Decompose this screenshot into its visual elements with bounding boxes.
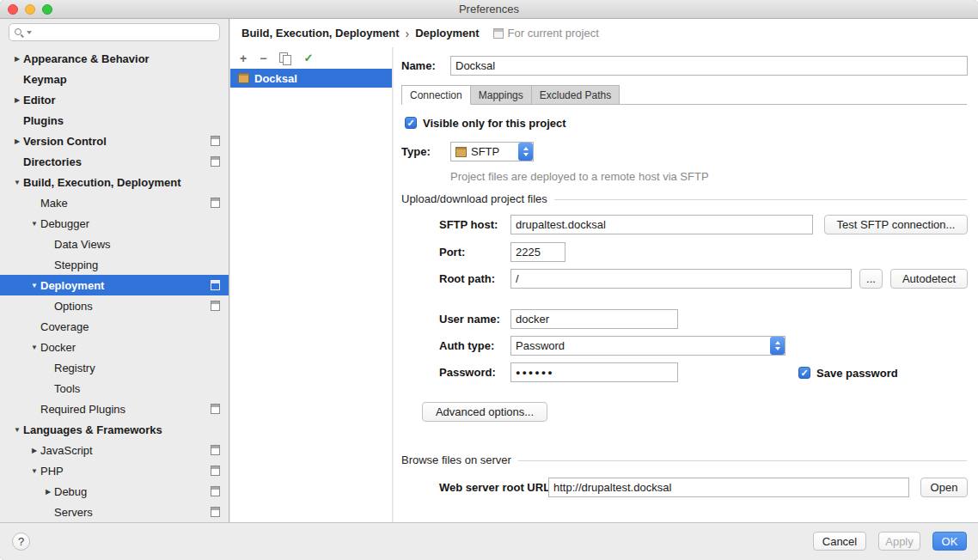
save-password-label: Save password <box>816 367 898 380</box>
sidebar-item-build-execution-deployment[interactable]: ▼Build, Execution, Deployment <box>0 172 229 192</box>
chevron-right-icon[interactable]: ▶ <box>28 447 40 454</box>
port-input[interactable] <box>510 242 565 262</box>
sidebar-item-debugger[interactable]: ▼Debugger <box>0 213 229 234</box>
chevron-down-icon[interactable]: ▼ <box>28 220 40 228</box>
breadcrumb-parent[interactable]: Build, Execution, Deployment <box>241 27 399 40</box>
project-level-icon <box>211 445 220 455</box>
chevron-right-icon[interactable]: ▶ <box>11 96 23 104</box>
tab-mappings[interactable]: Mappings <box>471 85 532 105</box>
sftp-host-input[interactable] <box>510 215 813 234</box>
server-list-item-docksal[interactable]: Docksal <box>230 69 392 88</box>
sidebar-item-appearance-behavior[interactable]: ▶Appearance & Behavior <box>0 48 229 69</box>
root-path-label: Root path: <box>439 269 495 289</box>
sidebar-item-label: Version Control <box>23 135 107 148</box>
chevron-down-icon[interactable]: ▼ <box>28 467 40 475</box>
sidebar-item-coverage[interactable]: Coverage <box>0 316 229 337</box>
sidebar-item-make[interactable]: Make <box>0 192 229 213</box>
test-sftp-connection-button[interactable]: Test SFTP connection... <box>824 215 968 234</box>
sidebar-item-version-control[interactable]: ▶Version Control <box>0 131 229 151</box>
footer-bar: ? Cancel Apply OK <box>0 522 978 560</box>
sidebar-item-php[interactable]: ▼PHP <box>0 460 229 481</box>
open-button[interactable]: Open <box>920 478 968 497</box>
apply-button[interactable]: Apply <box>878 532 920 551</box>
sidebar-item-required-plugins[interactable]: Required Plugins <box>0 399 229 419</box>
user-name-input[interactable] <box>510 309 678 329</box>
zoom-button[interactable] <box>42 4 52 15</box>
remove-icon[interactable]: − <box>260 52 266 64</box>
add-icon[interactable]: + <box>240 52 247 64</box>
sidebar-item-stepping[interactable]: Stepping <box>0 254 229 275</box>
close-button[interactable] <box>8 4 18 15</box>
server-icon <box>238 73 249 83</box>
browse-root-path-button[interactable]: ... <box>859 269 883 289</box>
auth-type-label: Auth type: <box>439 336 494 356</box>
chevron-right-icon[interactable]: ▶ <box>11 55 23 63</box>
sidebar-item-options[interactable]: Options <box>0 295 229 316</box>
search-scope-chevron-icon[interactable] <box>27 31 32 34</box>
sidebar-item-directories[interactable]: Directories <box>0 151 229 172</box>
sidebar-item-label: Options <box>54 300 93 313</box>
sidebar-item-label: Editor <box>23 94 56 107</box>
sidebar-item-label: Tools <box>54 382 80 395</box>
name-input[interactable] <box>450 56 968 76</box>
check-icon: ✓ <box>800 368 808 378</box>
tab-connection[interactable]: Connection <box>401 85 471 105</box>
sidebar-item-plugins[interactable]: Plugins <box>0 110 229 131</box>
sidebar-item-javascript[interactable]: ▶JavaScript <box>0 440 229 460</box>
sidebar-item-data-views[interactable]: Data Views <box>0 234 229 254</box>
servers-panel: +−✓ Docksal <box>230 47 393 522</box>
breadcrumb-separator: › <box>405 27 409 40</box>
help-button[interactable]: ? <box>12 533 30 551</box>
sftp-host-label: SFTP host: <box>439 215 498 234</box>
auth-type-combobox[interactable]: Password <box>510 336 785 356</box>
project-level-icon <box>211 280 220 290</box>
sidebar-item-debug[interactable]: ▶Debug <box>0 481 229 502</box>
copy-icon[interactable] <box>279 52 290 64</box>
project-level-icon <box>211 507 220 517</box>
combobox-stepper-icon <box>518 143 533 161</box>
settings-search[interactable] <box>9 23 220 41</box>
current-project-icon <box>493 28 504 39</box>
chevron-right-icon[interactable]: ▶ <box>42 488 54 496</box>
cancel-button[interactable]: Cancel <box>813 532 866 551</box>
sidebar-item-tools[interactable]: Tools <box>0 378 229 399</box>
tab-strip: ConnectionMappingsExcluded Paths <box>401 84 967 105</box>
chevron-down-icon[interactable]: ▼ <box>11 426 23 434</box>
sidebar-item-languages-frameworks[interactable]: ▼Languages & Frameworks <box>0 419 229 440</box>
root-path-input[interactable] <box>510 269 852 289</box>
web-root-input[interactable] <box>548 478 909 497</box>
search-input[interactable] <box>35 27 215 39</box>
chevron-down-icon[interactable]: ▼ <box>28 344 40 351</box>
type-combobox[interactable]: SFTP <box>450 142 534 161</box>
visible-only-checkbox[interactable]: ✓ <box>405 117 417 129</box>
upload-section-header: Upload/download project files <box>401 192 967 205</box>
breadcrumb-current[interactable]: Deployment <box>415 27 479 40</box>
sidebar-tree: ▶Appearance & BehaviorKeymap▶EditorPlugi… <box>0 48 229 522</box>
use-as-default-icon[interactable]: ✓ <box>303 52 313 64</box>
sidebar-item-label: Plugins <box>23 114 64 127</box>
sidebar-item-docker[interactable]: ▼Docker <box>0 337 229 357</box>
sidebar-item-keymap[interactable]: Keymap <box>0 69 229 89</box>
sidebar-item-deployment[interactable]: ▼Deployment <box>0 275 229 295</box>
autodetect-button[interactable]: Autodetect <box>890 269 968 289</box>
sidebar-item-label: Directories <box>23 155 82 168</box>
sidebar-item-label: Stepping <box>54 259 98 271</box>
chevron-right-icon[interactable]: ▶ <box>11 137 23 145</box>
chevron-down-icon[interactable]: ▼ <box>28 282 40 289</box>
settings-sidebar: ▶Appearance & BehaviorKeymap▶EditorPlugi… <box>0 19 229 522</box>
tab-excluded-paths[interactable]: Excluded Paths <box>532 85 620 105</box>
sidebar-item-servers[interactable]: Servers <box>0 502 229 522</box>
sidebar-item-label: Required Plugins <box>40 403 125 416</box>
password-input[interactable] <box>510 362 678 382</box>
ok-button[interactable]: OK <box>932 532 967 551</box>
chevron-down-icon[interactable]: ▼ <box>11 179 23 186</box>
sidebar-item-editor[interactable]: ▶Editor <box>0 89 229 110</box>
minimize-button[interactable] <box>25 4 35 15</box>
sidebar-item-registry[interactable]: Registry <box>0 357 229 378</box>
sidebar-item-label: Languages & Frameworks <box>23 423 162 436</box>
title-bar: Preferences <box>0 0 978 19</box>
advanced-options-button[interactable]: Advanced options... <box>422 402 547 422</box>
save-password-checkbox[interactable]: ✓ <box>798 367 810 379</box>
project-level-icon <box>211 198 220 208</box>
project-level-icon <box>211 486 220 496</box>
